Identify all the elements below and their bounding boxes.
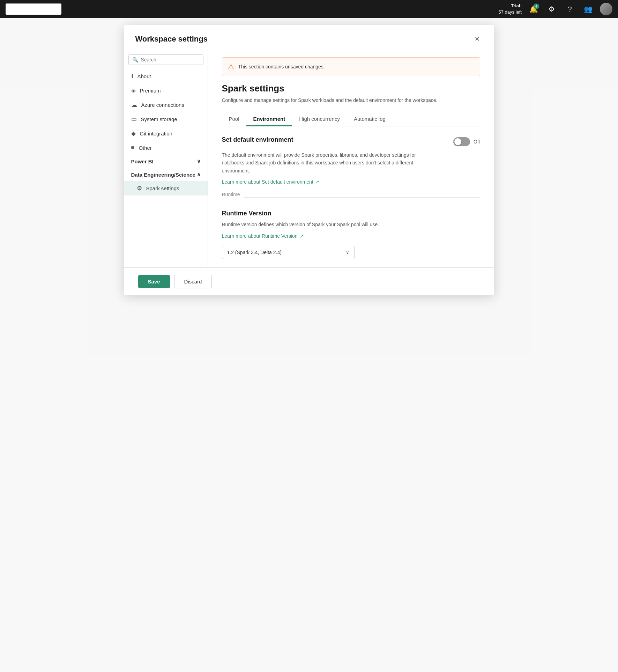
sidebar-item-label: System storage bbox=[141, 116, 177, 122]
sidebar-item-label: Other bbox=[139, 145, 152, 151]
sidebar-item-label: Premium bbox=[140, 88, 161, 94]
runtime-label: Runtime bbox=[222, 192, 240, 197]
close-button[interactable]: ✕ bbox=[472, 34, 483, 45]
toggle-container: Off bbox=[453, 137, 480, 146]
set-default-env-description: The default environment will provide Spa… bbox=[222, 151, 431, 175]
search-input[interactable] bbox=[141, 57, 200, 62]
tab-pool[interactable]: Pool bbox=[222, 112, 246, 126]
topbar-right: Trial: 57 days left 🔔 4 ⚙ ? 👥 bbox=[499, 3, 613, 15]
dropdown-arrow-icon: ∨ bbox=[346, 250, 349, 255]
storage-icon: ▭ bbox=[131, 116, 137, 123]
dropdown-value: 1.2 (Spark 3.4, Delta 2.4) bbox=[227, 250, 282, 255]
sidebar-item-git-integration[interactable]: ◆ Git integration bbox=[124, 126, 208, 141]
save-button[interactable]: Save bbox=[138, 275, 170, 288]
diamond-icon: ◈ bbox=[131, 87, 136, 94]
spark-icon: ⚙ bbox=[137, 185, 142, 192]
people-icon: 👥 bbox=[584, 5, 593, 13]
chevron-down-icon: ∨ bbox=[197, 158, 201, 164]
default-env-toggle[interactable] bbox=[453, 137, 470, 146]
question-icon: ? bbox=[568, 5, 572, 13]
trial-info: Trial: 57 days left bbox=[499, 3, 522, 15]
runtime-version-description: Runtime version defines which version of… bbox=[222, 221, 431, 228]
toggle-knob bbox=[454, 138, 461, 145]
page-title: Spark settings bbox=[222, 83, 480, 94]
avatar-image bbox=[600, 3, 612, 15]
sidebar-section-power-bi[interactable]: Power BI ∨ bbox=[124, 155, 208, 168]
sidebar-section-data-engineering[interactable]: Data Engineering/Science ∧ bbox=[124, 168, 208, 181]
notification-badge: 4 bbox=[534, 3, 539, 9]
topbar: Trial: 57 days left 🔔 4 ⚙ ? 👥 bbox=[0, 0, 618, 18]
tabs-container: Pool Environment High concurrency Automa… bbox=[222, 112, 480, 126]
search-icon: 🔍 bbox=[132, 57, 138, 62]
git-icon: ◆ bbox=[131, 130, 136, 137]
toggle-label: Off bbox=[474, 139, 480, 145]
help-icon-button[interactable]: ? bbox=[564, 3, 576, 15]
modal-body: 🔍 ℹ About ◈ Premium ☁ Azure connections bbox=[124, 50, 494, 267]
warning-text: This section contains unsaved changes. bbox=[238, 64, 325, 69]
main-content: ⚠ This section contains unsaved changes.… bbox=[208, 50, 494, 267]
sidebar-item-label: About bbox=[137, 73, 151, 79]
runtime-learn-more-label: Learn more about Runtime Version bbox=[222, 233, 298, 239]
power-bi-label: Power BI bbox=[131, 158, 154, 164]
sidebar-item-label: Azure connections bbox=[141, 102, 184, 108]
runtime-version-title: Runtime Version bbox=[222, 210, 480, 217]
modal-title: Workspace settings bbox=[135, 35, 208, 44]
trial-days: 57 days left bbox=[499, 9, 522, 15]
workspace-settings-modal: Workspace settings ✕ 🔍 ℹ About ◈ Premium bbox=[124, 25, 494, 295]
sidebar-item-system-storage[interactable]: ▭ System storage bbox=[124, 112, 208, 126]
info-icon: ℹ bbox=[131, 73, 133, 80]
sidebar-sub-item-label: Spark settings bbox=[146, 185, 179, 191]
notification-icon-button[interactable]: 🔔 4 bbox=[527, 3, 540, 15]
set-default-env-title: Set default environment bbox=[222, 136, 293, 143]
set-default-env-row: Set default environment Off bbox=[222, 136, 480, 147]
sidebar-item-label: Git integration bbox=[140, 131, 172, 136]
modal-overlay: Workspace settings ✕ 🔍 ℹ About ◈ Premium bbox=[0, 18, 618, 672]
data-engineering-label: Data Engineering/Science bbox=[131, 172, 195, 178]
user-avatar[interactable] bbox=[600, 3, 612, 15]
warning-icon: ⚠ bbox=[228, 62, 234, 71]
app-logo bbox=[6, 3, 61, 15]
modal-header: Workspace settings ✕ bbox=[124, 25, 494, 50]
sidebar-item-about[interactable]: ℹ About bbox=[124, 69, 208, 83]
sidebar-search-container[interactable]: 🔍 bbox=[128, 54, 203, 65]
settings-icon-button[interactable]: ⚙ bbox=[545, 3, 558, 15]
page-description: Configure and manage settings for Spark … bbox=[222, 97, 480, 104]
people-icon-button[interactable]: 👥 bbox=[582, 3, 594, 15]
modal-footer: Save Discard bbox=[124, 267, 494, 295]
set-default-env-learn-more[interactable]: Learn more about Set default environment… bbox=[222, 179, 319, 185]
warning-banner: ⚠ This section contains unsaved changes. bbox=[222, 57, 480, 76]
runtime-version-learn-more[interactable]: Learn more about Runtime Version ↗ bbox=[222, 233, 304, 239]
gear-icon: ⚙ bbox=[549, 5, 555, 13]
discard-button[interactable]: Discard bbox=[174, 275, 212, 288]
chevron-up-icon: ∧ bbox=[197, 171, 201, 178]
external-link-icon: ↗ bbox=[315, 179, 319, 185]
tab-automatic-log[interactable]: Automatic log bbox=[347, 112, 393, 126]
tab-environment[interactable]: Environment bbox=[246, 112, 292, 126]
other-icon: ≡ bbox=[131, 144, 135, 151]
cloud-icon: ☁ bbox=[131, 101, 137, 109]
tab-high-concurrency[interactable]: High concurrency bbox=[292, 112, 347, 126]
runtime-version-dropdown[interactable]: 1.2 (Spark 3.4, Delta 2.4) ∨ bbox=[222, 246, 355, 259]
trial-label: Trial: bbox=[499, 3, 522, 9]
external-link-icon-2: ↗ bbox=[299, 233, 304, 239]
sidebar-item-premium[interactable]: ◈ Premium bbox=[124, 83, 208, 98]
sidebar-item-other[interactable]: ≡ Other bbox=[124, 141, 208, 155]
sidebar-item-spark-settings[interactable]: ⚙ Spark settings bbox=[124, 181, 208, 195]
learn-more-label: Learn more about Set default environment bbox=[222, 179, 313, 185]
sidebar: 🔍 ℹ About ◈ Premium ☁ Azure connections bbox=[124, 50, 208, 267]
sidebar-item-azure-connections[interactable]: ☁ Azure connections bbox=[124, 98, 208, 112]
